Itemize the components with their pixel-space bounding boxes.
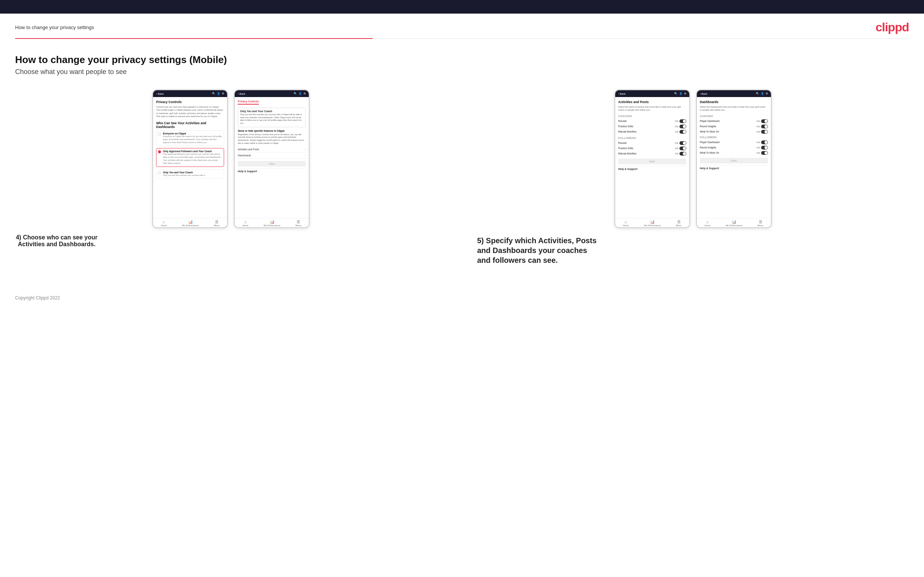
- footer-home-3[interactable]: ⌂ Home: [623, 220, 629, 227]
- footer-menu-2[interactable]: ☰ Menu: [296, 220, 301, 227]
- section-4: ‹ Back 🔍 👤 ⚙ Privacy Controls Control ho…: [15, 90, 447, 248]
- toggle-follower-drills-3[interactable]: ON: [675, 147, 686, 150]
- toggle-follower-work-4[interactable]: ON: [757, 151, 768, 155]
- toggle-switch-coach-manual-3[interactable]: [680, 130, 686, 134]
- person-icon[interactable]: 👤: [217, 92, 220, 95]
- footer-perf-4[interactable]: 📊 My Performance: [725, 220, 742, 227]
- toggle-switch-follower-manual-3[interactable]: [680, 152, 686, 156]
- footer-home-1[interactable]: ⌂ Home: [161, 220, 166, 227]
- footer-perf-label-2: My Performance: [264, 224, 280, 227]
- footer-home-label-2: Home: [242, 224, 248, 227]
- page-subtitle: Choose what you want people to see: [15, 68, 909, 76]
- coach-round-insights-4: Round Insights ON: [700, 124, 768, 129]
- toggle-switch-follower-rounds-3[interactable]: [680, 141, 686, 145]
- radio-everyone[interactable]: [158, 132, 161, 135]
- coach-what-work-label-4: What To Work On: [700, 130, 719, 133]
- footer-menu-1[interactable]: ☰ Menu: [214, 220, 220, 227]
- footer-menu-4[interactable]: ☰ Menu: [758, 220, 763, 227]
- radio-approved[interactable]: [158, 150, 161, 153]
- search-icon-4[interactable]: 🔍: [756, 92, 759, 95]
- search-icon-3[interactable]: 🔍: [674, 92, 678, 95]
- activity-row-dashboards[interactable]: Dashboards ›: [238, 153, 306, 159]
- activity-dashboards-label: Dashboards: [238, 154, 251, 157]
- toggle-switch-coach-insights-4[interactable]: [761, 125, 768, 128]
- toggle-switch-follower-player-4[interactable]: [761, 140, 768, 144]
- settings-icon-4[interactable]: ⚙: [766, 92, 768, 95]
- phone-3-title: Activities and Posts: [618, 100, 686, 104]
- option-approved[interactable]: Only Approved Followers and Your Coach O…: [156, 148, 224, 167]
- toggle-coach-drills-status-3: ON: [675, 126, 678, 127]
- footer-menu-label-4: Menu: [758, 224, 763, 227]
- coach-player-dash-label-4: Player Dashboard: [700, 120, 720, 122]
- follower-rounds-label-3: Rounds: [618, 142, 627, 144]
- followers-title-3: FOLLOWERS: [618, 137, 686, 139]
- chart-icon-4: 📊: [732, 220, 736, 224]
- toggle-follower-insights-4[interactable]: ON: [757, 146, 768, 150]
- home-icon-3: ⌂: [625, 220, 627, 224]
- toggle-switch-follower-insights-4[interactable]: [761, 146, 768, 150]
- toggle-follower-manual-3[interactable]: ON: [675, 152, 686, 156]
- chevron-posts: ›: [305, 148, 306, 151]
- search-icon-2[interactable]: 🔍: [294, 92, 297, 95]
- phone-3-back[interactable]: ‹ Back: [618, 92, 626, 95]
- phone-2-header: ‹ Back 🔍 👤 ⚙: [235, 90, 309, 97]
- toggle-coach-drills-3[interactable]: ON: [675, 125, 686, 128]
- phone-4-back[interactable]: ‹ Back: [700, 92, 708, 95]
- phone-2-back[interactable]: ‹ Back: [238, 92, 245, 95]
- activity-row-posts[interactable]: Activities and Posts ›: [238, 147, 306, 153]
- footer-home-2[interactable]: ⌂ Home: [242, 220, 248, 227]
- footer-home-4[interactable]: ⌂ Home: [704, 220, 711, 227]
- top-bar: [0, 0, 924, 14]
- save-btn-2[interactable]: Save: [238, 161, 306, 166]
- footer-perf-label-3: My Performance: [644, 224, 661, 227]
- phone-1-footer: ⌂ Home 📊 My Performance ☰ Menu: [153, 218, 227, 227]
- radio-you-coach[interactable]: [158, 171, 161, 174]
- phone-1-back[interactable]: ‹ Back: [156, 92, 164, 95]
- phone-4-footer: ⌂ Home 📊 My Performance ☰ Menu: [697, 218, 771, 227]
- option-everyone-label: Everyone on Clippd: [163, 132, 222, 135]
- footer-perf-3[interactable]: 📊 My Performance: [644, 220, 661, 227]
- search-icon[interactable]: 🔍: [212, 92, 215, 95]
- phones-row-5: ‹ Back 🔍 👤 ⚙ Activities and Posts Select…: [477, 90, 909, 228]
- toggle-coach-rounds-3[interactable]: ON: [675, 119, 686, 123]
- person-icon-4[interactable]: 👤: [761, 92, 764, 95]
- phone-4-body: Dashboards Select the dashboards that yo…: [697, 97, 771, 218]
- follower-round-insights-4: Round Insights ON: [700, 145, 768, 150]
- popup-title: Only You and Your Coach: [240, 110, 304, 113]
- followers-title-4: FOLLOWERS: [700, 136, 768, 139]
- footer-perf-1[interactable]: 📊 My Performance: [182, 220, 199, 227]
- settings-icon-2[interactable]: ⚙: [304, 92, 306, 95]
- toggle-switch-coach-rounds-3[interactable]: [680, 119, 686, 123]
- person-icon-3[interactable]: 👤: [679, 92, 683, 95]
- phone-2-tab[interactable]: Privacy Controls: [238, 100, 259, 105]
- coach-round-insights-label-4: Round Insights: [700, 125, 716, 127]
- phone-3-followers: FOLLOWERS Rounds ON Practice Drills: [618, 137, 686, 156]
- settings-icon-3[interactable]: ⚙: [684, 92, 686, 95]
- toggle-switch-follower-drills-3[interactable]: [680, 147, 686, 150]
- option-you-coach[interactable]: Only You and Your Coach Only you and the…: [156, 169, 224, 179]
- person-icon-2[interactable]: 👤: [299, 92, 302, 95]
- toggle-coach-work-4[interactable]: ON: [757, 130, 768, 134]
- toggle-follower-player-status-4: ON: [757, 141, 760, 143]
- toggle-switch-coach-player-4[interactable]: [761, 119, 768, 123]
- toggle-follower-rounds-3[interactable]: ON: [675, 141, 686, 145]
- option-approved-text: Only Approved Followers and Your Coach O…: [163, 150, 222, 165]
- settings-icon[interactable]: ⚙: [222, 92, 224, 95]
- toggle-switch-coach-work-4[interactable]: [761, 130, 768, 134]
- phone-4-header: ‹ Back 🔍 👤 ⚙: [697, 90, 771, 97]
- save-btn-3[interactable]: Save: [618, 159, 686, 164]
- toggle-follower-player-4[interactable]: ON: [757, 140, 768, 144]
- section-5: ‹ Back 🔍 👤 ⚙ Activities and Posts Select…: [477, 90, 909, 265]
- option-approved-label: Only Approved Followers and Your Coach: [163, 150, 222, 153]
- footer-perf-2[interactable]: 📊 My Performance: [264, 220, 280, 227]
- footer-menu-3[interactable]: ☰ Menu: [676, 220, 682, 227]
- toggle-coach-insights-4[interactable]: ON: [757, 125, 768, 128]
- toggle-coach-manual-3[interactable]: ON: [675, 130, 686, 134]
- toggle-coach-player-4[interactable]: ON: [757, 119, 768, 123]
- coaches-title-4: COACHES: [700, 115, 768, 118]
- save-btn-4[interactable]: Save: [700, 158, 768, 163]
- toggle-coach-player-status-4: ON: [757, 120, 760, 122]
- toggle-switch-follower-work-4[interactable]: [761, 151, 768, 155]
- option-everyone[interactable]: Everyone on Clippd Everyone on Clippd ca…: [156, 130, 224, 146]
- toggle-switch-coach-drills-3[interactable]: [680, 125, 686, 128]
